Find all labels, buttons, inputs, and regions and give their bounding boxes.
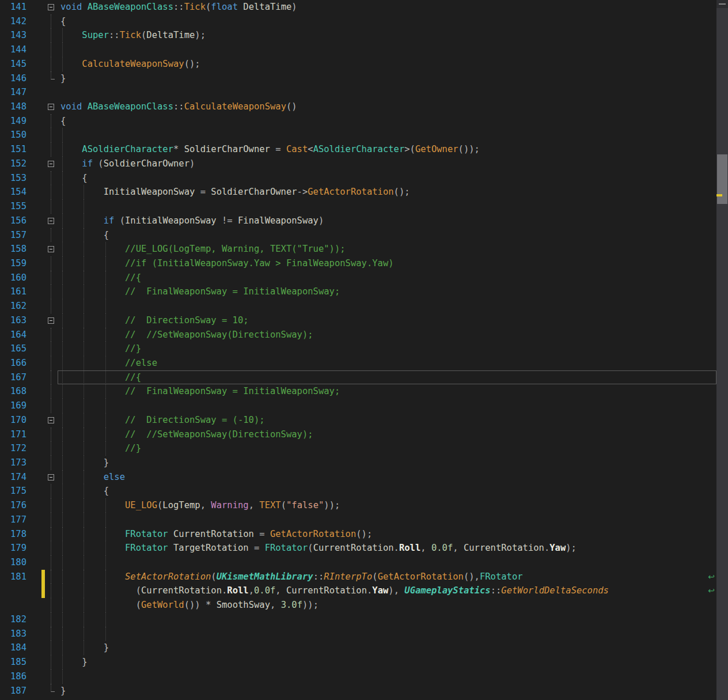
fold-collapse-icon[interactable] (48, 317, 54, 324)
line-number[interactable]: 155 (0, 199, 26, 214)
line-number[interactable]: 154 (0, 185, 26, 199)
code-line[interactable]: //{ (58, 271, 716, 285)
fold-gutter[interactable] (45, 470, 58, 485)
line-number[interactable]: 186 (0, 669, 26, 684)
code-line[interactable] (58, 513, 716, 527)
code-line[interactable]: void ABaseWeaponClass::Tick(float DeltaT… (58, 0, 716, 14)
line-number[interactable]: 183 (0, 627, 26, 641)
line-number[interactable]: 143 (0, 28, 26, 43)
code-line[interactable]: // //SetWeaponSway(DirectionSway); (58, 427, 716, 442)
fold-collapse-icon[interactable] (48, 161, 54, 167)
line-number[interactable]: 160 (0, 271, 26, 285)
line-number[interactable]: 187 (0, 684, 26, 698)
scrollbar-splitter-icon[interactable] (716, 0, 728, 8)
code-line[interactable] (58, 128, 716, 142)
code-line[interactable]: //UE_LOG(LogTemp, Warning, TEXT("True"))… (58, 242, 716, 256)
line-number[interactable]: 171 (0, 427, 26, 442)
line-number[interactable]: 182 (0, 612, 26, 627)
code-line[interactable]: SetActorRotation(UKismetMathLibrary::RIn… (58, 570, 716, 584)
line-number[interactable]: 150 (0, 128, 26, 142)
line-number[interactable]: 174 (0, 470, 26, 485)
code-line[interactable]: } (58, 456, 716, 470)
line-number[interactable]: 178 (0, 527, 26, 542)
code-line[interactable]: // //SetWeaponSway(DirectionSway); (58, 328, 716, 342)
line-number[interactable]: 156 (0, 214, 26, 228)
code-line[interactable] (58, 85, 716, 100)
line-number[interactable]: 153 (0, 171, 26, 186)
code-line[interactable]: { (58, 484, 716, 498)
fold-gutter[interactable] (45, 413, 58, 427)
line-number[interactable]: 185 (0, 655, 26, 669)
line-number[interactable]: 165 (0, 342, 26, 356)
code-line[interactable] (58, 399, 716, 413)
code-line[interactable]: { (58, 14, 716, 29)
line-number[interactable]: 169 (0, 399, 26, 413)
code-line[interactable] (58, 698, 716, 700)
fold-collapse-icon[interactable] (48, 474, 54, 480)
code-line[interactable]: FRotator CurrentRotation = GetActorRotat… (58, 527, 716, 542)
code-line[interactable] (58, 43, 716, 57)
code-line[interactable]: if (InitialWeaponSway != FinalWeaponSway… (58, 214, 716, 228)
line-number[interactable]: 188 (0, 698, 26, 700)
code-line[interactable] (58, 555, 716, 570)
fold-collapse-icon[interactable] (48, 417, 54, 423)
code-line[interactable] (58, 612, 716, 627)
fold-collapse-icon[interactable] (48, 218, 54, 224)
code-line[interactable]: ASoldierCharacter* SoldierCharOwner = Ca… (58, 142, 716, 157)
line-number[interactable]: 175 (0, 484, 26, 498)
line-number[interactable]: 152 (0, 157, 26, 171)
fold-gutter[interactable] (45, 214, 58, 228)
code-line[interactable]: (GetWorld()) * SmoothSway, 3.0f)); (58, 598, 716, 612)
line-number[interactable]: 166 (0, 356, 26, 370)
code-line[interactable]: //else (58, 356, 716, 370)
code-line[interactable]: } (58, 641, 716, 655)
line-number[interactable]: 159 (0, 256, 26, 271)
code-line[interactable]: // FinalWeaponSway = InitialWeaponSway; (58, 384, 716, 399)
code-line[interactable]: //} (58, 342, 716, 356)
line-number[interactable]: 142 (0, 14, 26, 29)
vertical-scrollbar[interactable] (716, 0, 728, 700)
code-line[interactable]: (CurrentRotation.Roll,0.0f, CurrentRotat… (58, 584, 716, 598)
code-line[interactable]: CalculateWeaponSway(); (58, 57, 716, 71)
line-number[interactable]: 161 (0, 285, 26, 299)
line-number[interactable]: 173 (0, 456, 26, 470)
fold-gutter[interactable] (45, 313, 58, 328)
code-line[interactable]: } (58, 684, 716, 698)
line-number[interactable]: 141 (0, 0, 26, 14)
scrollbar-thumb[interactable] (717, 154, 727, 204)
fold-collapse-icon[interactable] (48, 104, 54, 110)
line-number[interactable]: 157 (0, 228, 26, 243)
line-number[interactable]: 163 (0, 313, 26, 328)
code-line[interactable]: // DirectionSway = (-10); (58, 413, 716, 427)
line-number[interactable]: 172 (0, 441, 26, 456)
line-number[interactable]: 149 (0, 114, 26, 128)
line-number[interactable]: 151 (0, 142, 26, 157)
line-number[interactable]: 179 (0, 541, 26, 555)
code-line[interactable] (58, 299, 716, 313)
line-number[interactable]: 176 (0, 498, 26, 513)
line-number[interactable]: 170 (0, 413, 26, 427)
fold-gutter[interactable] (45, 157, 58, 171)
line-number[interactable]: 184 (0, 641, 26, 655)
code-line[interactable]: else (58, 470, 716, 485)
code-line[interactable]: UE_LOG(LogTemp, Warning, TEXT("false")); (58, 498, 716, 513)
line-number[interactable]: 181 (0, 570, 26, 584)
code-line[interactable] (58, 627, 716, 641)
code-line[interactable]: } (58, 655, 716, 669)
code-line[interactable]: { (58, 228, 716, 243)
code-line[interactable]: InitialWeaponSway = SoldierCharOwner->Ge… (58, 185, 716, 199)
line-number[interactable]: 164 (0, 328, 26, 342)
line-number[interactable]: 148 (0, 100, 26, 114)
line-number[interactable]: 146 (0, 71, 26, 86)
line-number[interactable]: 177 (0, 513, 26, 527)
code-line[interactable]: void ABaseWeaponClass::CalculateWeaponSw… (58, 100, 716, 114)
code-line[interactable]: { (58, 171, 716, 186)
fold-collapse-icon[interactable] (48, 4, 54, 10)
code-line[interactable] (58, 669, 716, 684)
line-number[interactable] (0, 584, 26, 598)
line-number[interactable]: 145 (0, 57, 26, 71)
code-line[interactable]: } (58, 71, 716, 86)
line-number[interactable]: 162 (0, 299, 26, 313)
code-line[interactable]: FRotator TargetRotation = FRotator(Curre… (58, 541, 716, 555)
fold-collapse-icon[interactable] (48, 246, 54, 252)
